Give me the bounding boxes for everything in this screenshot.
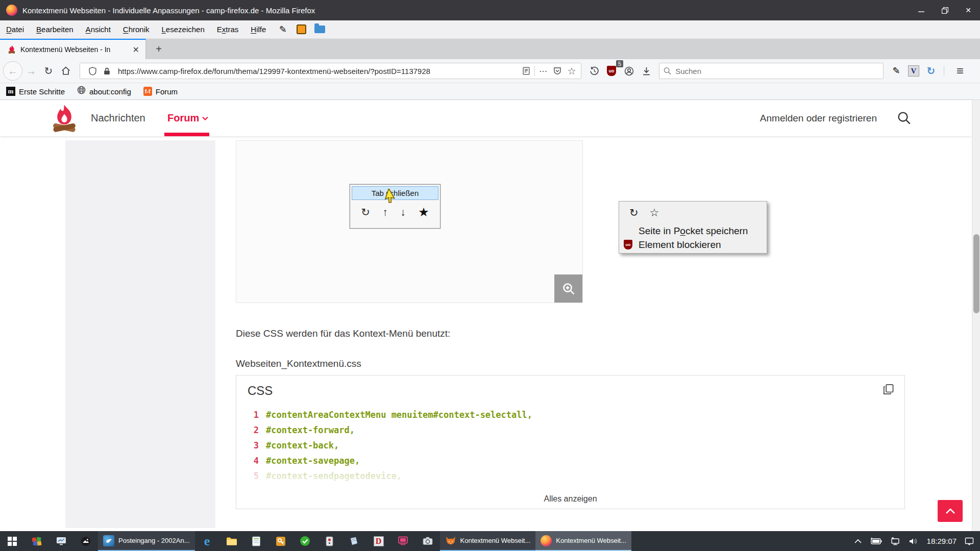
forum-active-underline [164,133,209,136]
camera-app-icon[interactable] [415,531,440,551]
mouse-cursor [385,189,398,204]
bookmarks-toolbar: m Erste Schritte about:config f-f Forum [0,83,980,100]
site-nav-nachrichten[interactable]: Nachrichten [91,100,145,136]
code-line: 3#context-back, [248,438,893,453]
antivirus-check-icon[interactable] [293,531,317,551]
battery-icon[interactable] [870,538,882,545]
network-icon[interactable] [890,537,900,545]
bookmark-about-config[interactable]: about:config [71,86,137,97]
remote-desktop-icon[interactable] [391,531,415,551]
photos-app-icon[interactable] [74,531,98,551]
code-line: 1#contentAreaContextMenu menuitem#contex… [248,407,893,422]
new-tab-button[interactable]: + [151,42,166,56]
download-icon[interactable] [638,62,655,80]
bookmark-star-icon[interactable]: ☆ [565,64,579,78]
window-titlebar: Kontextmenü Webseiten - Individuelle Anp… [0,0,980,20]
volume-icon[interactable] [909,537,919,545]
forward-button[interactable]: → [22,62,40,80]
arrow-down-icon: ↓ [400,206,406,218]
menu-extras[interactable]: Extras [211,23,245,36]
menu-item-block-element[interactable]: uo Element blockieren [619,238,767,252]
menu-chronik[interactable]: Chronik [117,23,156,36]
thread-sidebar-panel [65,140,215,528]
magnifier-icon [562,282,575,295]
menu-bearbeiten[interactable]: Bearbeiten [30,23,80,36]
navigation-toolbar: ← → ↻ https://www.camp-firefox.de/forum/… [0,59,980,83]
reload-icon[interactable]: ↻ [629,207,639,219]
file-explorer-icon[interactable] [219,531,244,551]
camp-firefox-favicon [7,45,16,54]
firefox-app-icon [6,5,17,16]
globe-icon [77,86,86,97]
show-all-link[interactable]: Alles anzeigen [236,494,904,504]
menu-lesezeichen[interactable]: Lesezeichen [156,23,211,36]
hamburger-menu-icon[interactable]: ≡ [951,62,969,80]
menu-datei[interactable]: Datei [0,23,30,36]
greasemonkey-script-icon[interactable]: ✎ [891,65,902,77]
edge-icon[interactable]: e [195,531,219,551]
active-tab[interactable]: Kontextmenü Webseiten - In ✕ [0,39,146,59]
site-search-icon[interactable] [897,111,911,124]
notepad-app-icon[interactable] [342,531,366,551]
bookmark-star-icon[interactable]: ☆ [650,207,659,219]
windows-taskbar: Posteingang - 2002An... e D Kontextmenü … [0,531,980,551]
colorful-app-icon[interactable] [24,531,49,551]
v-extension-icon[interactable]: V [908,65,919,77]
tab-strip: Kontextmenü Webseiten - In ✕ + [0,39,980,59]
bookmark-erste-schritte[interactable]: m Erste Schritte [0,87,71,96]
notes-app-icon[interactable] [244,531,268,551]
ublock-origin-icon[interactable]: uo 5 [603,62,620,80]
enlarge-image-button[interactable] [554,274,582,303]
css-filename: Webseiten_Kontextmenü.css [236,358,361,369]
scroll-to-top-button[interactable] [938,500,963,522]
system-monitor-icon[interactable] [49,531,74,551]
reload-button[interactable]: ↻ [40,62,57,80]
menu-item-pocket[interactable]: Seite in Pocket speichern [619,224,767,238]
login-register-link[interactable]: Anmelden oder registrieren [760,100,877,136]
folder-icon[interactable] [314,24,325,35]
toolbar-separator [944,66,944,76]
minimize-button[interactable] [910,0,933,20]
pocket-icon[interactable] [550,64,565,78]
script-editor-icon[interactable]: ✎ [277,24,288,35]
restore-button[interactable] [933,0,957,20]
d-tool-icon[interactable]: D [366,531,391,551]
campfire-logo[interactable] [50,104,79,134]
home-button[interactable] [57,62,75,80]
reader-mode-icon[interactable] [519,64,533,78]
back-button[interactable]: ← [3,61,22,81]
notification-icon[interactable] [965,537,974,545]
extension-orange-icon[interactable] [296,24,307,35]
tracking-protection-shield-icon[interactable] [85,64,100,78]
search-input[interactable] [675,67,879,76]
page-actions-icon[interactable]: ⋯ [536,64,550,78]
start-button[interactable] [0,531,24,551]
url-text: https://www.camp-firefox.de/forum/thema/… [118,67,519,76]
lock-icon[interactable] [100,64,114,78]
page-scrollbar[interactable] [972,100,980,531]
scrollbar-thumb[interactable] [973,234,979,313]
close-button[interactable]: ✕ [957,0,980,20]
fox-icon [445,535,456,546]
site-nav-forum[interactable]: Forum [167,100,208,136]
taskbar-fox-window-button[interactable]: Kontextmenü Webseit... [440,531,536,551]
cardfile-app-icon[interactable] [317,531,342,551]
keepass-icon[interactable] [268,531,293,551]
search-box[interactable] [659,63,884,79]
menu-hilfe[interactable]: Hilfe [244,23,272,36]
tray-chevron-up-icon[interactable] [854,539,862,543]
url-bar[interactable]: https://www.camp-firefox.de/forum/thema/… [80,63,581,79]
taskbar-thunderbird-button[interactable]: Posteingang - 2002An... [98,531,195,551]
taskbar-firefox-button[interactable]: Kontextmenü Webseit... [535,531,631,551]
clock[interactable]: 18:29:07 [927,537,957,545]
bookmark-forum[interactable]: f-f Forum [137,87,184,96]
post-screenshot-image: Tab schließen ↻ ↑ ↓ ★ [236,140,583,303]
mozilla-m-icon: m [6,87,15,96]
menu-ansicht[interactable]: Ansicht [80,23,117,36]
history-restore-icon[interactable] [585,62,603,80]
sync-extension-icon[interactable]: ↻ [925,65,937,77]
copy-code-icon[interactable] [883,384,894,397]
forum-site-header: Nachrichten Forum Anmelden oder registri… [0,100,972,136]
tab-close-icon[interactable]: ✕ [131,45,141,55]
camp-firefox-ff-icon: f-f [143,87,152,96]
